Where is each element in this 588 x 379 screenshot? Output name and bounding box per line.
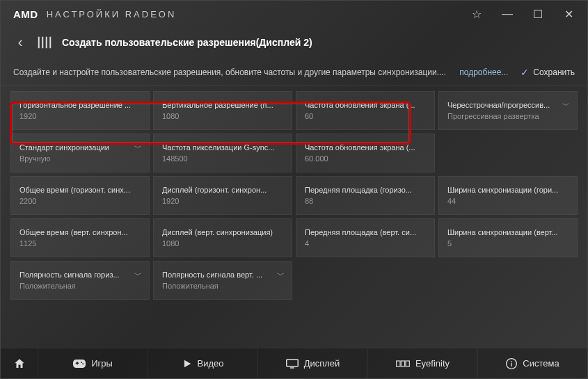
tile-value: 1080 (162, 112, 283, 120)
tile-label: Дисплей (верт. синхронизация) (162, 228, 283, 236)
info-text: Создайте и настройте пользовательские ра… (13, 67, 447, 77)
titlebar: AMD НАСТРОЙКИ RADEON ☆ — ☐ ✕ (1, 1, 587, 27)
tile-value: 148500 (162, 154, 283, 163)
tile-label: Передняя площадка (горизо... (305, 186, 426, 194)
setting-tile[interactable]: Общее время (верт. синхрон...1125 (10, 218, 150, 257)
setting-tile[interactable]: Общее время (горизонт. синх...2200 (10, 176, 150, 215)
resolution-icon (37, 35, 52, 50)
svg-rect-11 (511, 361, 512, 362)
setting-tile[interactable]: Вертикальное разрешение (п...1080 (153, 91, 292, 130)
nav-games[interactable]: Игры (38, 348, 148, 378)
chevron-down-icon: ﹀ (562, 100, 570, 111)
tile-label: Частота обновления экрана (... (305, 101, 426, 109)
tile-label: Полярность сигнала гориз... (19, 271, 141, 279)
chevron-down-icon: ﹀ (134, 270, 142, 280)
tile-label: Передняя площадка (верт. си... (305, 228, 426, 236)
save-label: Сохранить (533, 67, 575, 77)
setting-tile[interactable]: Передняя площадка (верт. си...4 (296, 218, 435, 257)
setting-tile[interactable]: Частота пикселизации G-sync...148500 (153, 134, 292, 172)
nav-home[interactable] (1, 348, 38, 378)
tile-value: 2200 (19, 197, 141, 205)
tile-value: Положительная (19, 282, 141, 290)
setting-tile[interactable]: Чересстрочная/прогрессив...Прогрессивная… (438, 91, 578, 130)
nav-display[interactable]: Дисплей (258, 348, 368, 378)
nav-eyefinity[interactable]: Eyefinity (368, 348, 478, 378)
setting-tile (438, 261, 578, 300)
tile-label: Горизонтальное разрешение ... (19, 101, 141, 109)
nav-display-label: Дисплей (304, 358, 340, 369)
svg-rect-6 (397, 361, 400, 366)
setting-tile[interactable]: Ширина синхронизации (верт...5 (438, 218, 578, 257)
tile-value: 60 (305, 112, 426, 120)
setting-tile[interactable]: Ширина синхронизации (гори...44 (438, 176, 578, 215)
tile-label: Стандарт синхронизации (19, 143, 141, 152)
nav-eyefinity-label: Eyefinity (415, 358, 450, 369)
setting-tile[interactable]: Стандарт синхронизацииВручную﹀ (10, 134, 150, 172)
setting-tile[interactable]: Дисплей (горизонт. синхрон...1920 (153, 176, 292, 215)
tile-label: Общее время (горизонт. синх... (19, 186, 141, 194)
tile-value: Вручную (19, 154, 141, 163)
tile-value: 1125 (19, 239, 141, 248)
maximize-icon[interactable]: ☐ (532, 8, 544, 20)
svg-rect-4 (286, 360, 298, 366)
tile-value: Положительная (162, 282, 283, 290)
page-title: Создать пользовательские разрешения(Дисп… (62, 37, 312, 48)
play-icon (182, 359, 192, 369)
tile-label: Вертикальное разрешение (п... (162, 101, 283, 109)
nav-system[interactable]: Система (478, 348, 587, 378)
tile-value: Прогрессивная развертка (447, 112, 569, 120)
more-link[interactable]: подробнее... (459, 67, 508, 77)
tile-label: Общее время (верт. синхрон... (19, 228, 141, 236)
nav-video[interactable]: Видео (148, 348, 258, 378)
tile-value: 5 (447, 239, 569, 248)
svg-rect-8 (406, 361, 409, 366)
tile-value: 1920 (19, 112, 141, 120)
setting-tile[interactable]: Частота обновления экрана (...60 (296, 91, 435, 130)
setting-tile[interactable]: Горизонтальное разрешение ...1920 (10, 91, 150, 130)
tile-label: Частота пикселизации G-sync... (162, 143, 283, 152)
tile-value: 4 (305, 239, 426, 248)
nav-system-label: Система (523, 358, 559, 369)
setting-tile[interactable]: Частота обновления экрана (...60.000 (296, 134, 435, 172)
bottom-nav: Игры Видео Дисплей Eyefinity Система (1, 348, 587, 378)
app-title: НАСТРОЙКИ RADEON (47, 9, 177, 19)
nav-games-label: Игры (91, 358, 113, 369)
chevron-down-icon: ﹀ (277, 270, 285, 280)
nav-video-label: Видео (198, 358, 224, 369)
chevron-down-icon: ﹀ (134, 143, 142, 153)
tile-label: Ширина синхронизации (гори... (447, 186, 569, 194)
subheader: ‹ Создать пользовательские разрешения(Ди… (1, 27, 587, 57)
tile-label: Дисплей (горизонт. синхрон... (162, 186, 283, 194)
minimize-icon[interactable]: — (501, 8, 514, 20)
tile-label: Чересстрочная/прогрессив... (447, 101, 569, 109)
check-icon: ✓ (521, 67, 529, 78)
amd-logo: AMD (13, 8, 38, 20)
tile-label: Полярность сигнала верт. ... (162, 271, 283, 279)
close-icon[interactable]: ✕ (562, 8, 575, 20)
setting-tile (438, 134, 578, 172)
tile-value: 44 (447, 197, 569, 205)
info-icon (506, 358, 517, 369)
tile-value: 1920 (162, 197, 283, 205)
save-button[interactable]: ✓ Сохранить (521, 67, 575, 78)
setting-tile[interactable]: Полярность сигнала гориз...Положительная… (10, 261, 150, 300)
setting-tile (296, 261, 435, 300)
tile-value: 1080 (162, 239, 283, 248)
gamepad-icon (73, 359, 86, 369)
setting-tile[interactable]: Полярность сигнала верт. ...Положительна… (153, 261, 292, 300)
back-button[interactable]: ‹ (13, 34, 27, 50)
svg-rect-7 (401, 361, 404, 366)
tile-label: Ширина синхронизации (верт... (447, 228, 569, 236)
app-window: AMD НАСТРОЙКИ RADEON ☆ — ☐ ✕ ‹ Создать п… (0, 0, 588, 379)
eyefinity-icon (396, 360, 410, 368)
settings-grid: Горизонтальное разрешение ...1920Вертика… (1, 86, 587, 348)
svg-rect-10 (511, 362, 512, 366)
home-icon (13, 357, 26, 370)
display-icon (286, 359, 299, 369)
favorite-icon[interactable]: ☆ (470, 8, 483, 20)
tile-value: 88 (305, 197, 426, 205)
setting-tile[interactable]: Дисплей (верт. синхронизация)1080 (153, 218, 292, 257)
setting-tile[interactable]: Передняя площадка (горизо...88 (296, 176, 435, 215)
tile-label: Частота обновления экрана (... (305, 143, 426, 152)
tile-value: 60.000 (305, 154, 426, 163)
